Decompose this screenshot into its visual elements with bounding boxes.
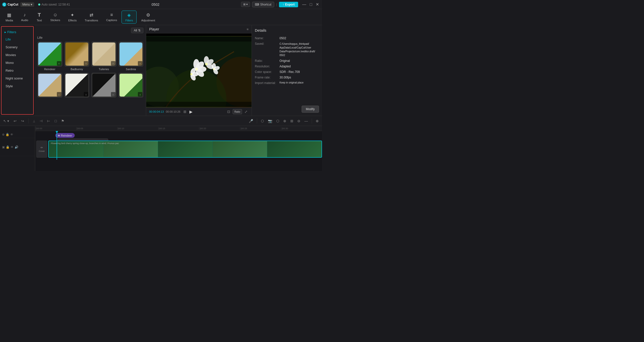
detail-row-saved: Saved: C:/Users/topgus_thinkpad/AppData/… — [255, 42, 319, 57]
tl-group-icon[interactable]: ⊕ — [2, 133, 5, 136]
trim-left-button[interactable]: ⊣ — [38, 118, 44, 124]
cover-thumbnail[interactable]: ✏ Cover — [36, 141, 47, 158]
more-button[interactable]: ⊕ — [314, 118, 320, 124]
tl-eye-video-icon[interactable]: 👁 — [11, 145, 14, 149]
download-icon-badbunny: ↓ — [84, 61, 88, 66]
svg-rect-23 — [146, 36, 252, 41]
filter-grid: ↓ Reindeer ↓ Badbunny ↓ Tuileries — [37, 41, 143, 99]
export-button[interactable]: ↑ Export — [279, 2, 298, 7]
frame-3 — [158, 141, 213, 157]
divider: | — [276, 3, 277, 6]
insert-button[interactable]: ⊕ — [282, 118, 288, 124]
detail-label-framerate: Frame rate: — [255, 76, 277, 79]
detail-value-ratio: Original — [279, 59, 290, 63]
menu-button[interactable]: Menu ▾ — [20, 2, 34, 7]
tool-captions[interactable]: ≡ Captions — [103, 11, 120, 23]
detail-value-saved: C:/Users/topgus_thinkpad/AppData/Local/C… — [279, 42, 315, 57]
detail-label-resolution: Resolution: — [255, 65, 277, 68]
link-button[interactable]: ⬡ — [260, 118, 265, 124]
tool-audio-label: Audio — [21, 19, 28, 22]
subtitle-button[interactable]: ⊞ — [289, 118, 295, 124]
minimize-button[interactable]: — — [301, 2, 307, 7]
detail-label-saved: Saved: — [255, 42, 277, 46]
details-title: Details — [255, 28, 319, 32]
tool-filters[interactable]: ◈ Filters — [122, 11, 137, 24]
zoom-out-button[interactable]: ⊖ — [296, 118, 302, 124]
shortcut-button[interactable]: ⌨ Shortcut — [252, 2, 274, 7]
sidebar-item-life[interactable]: Life — [2, 35, 33, 43]
filter-6[interactable]: ↓ — [64, 73, 90, 99]
filter-panel-header: All ⇅ — [37, 28, 143, 33]
delete-button[interactable]: □ — [53, 118, 58, 124]
tl-video-icons: ▣ 🔒 👁 🔊 — [2, 145, 18, 149]
modify-button[interactable]: Modify — [302, 106, 319, 113]
tl-separator-3 — [312, 118, 312, 123]
sidebar-item-style[interactable]: Style — [2, 82, 33, 90]
ratio-button[interactable]: Ratio — [233, 109, 242, 114]
tl-eye-filter-icon[interactable]: 👁 — [10, 133, 13, 136]
filter-tuileries[interactable]: ↓ Tuileries — [91, 41, 116, 71]
edit-icon: ✏ — [41, 146, 43, 149]
undo-button[interactable]: ↩ — [12, 118, 18, 124]
tl-lock-filter-icon[interactable]: 🔒 — [6, 133, 9, 136]
trim-right-button[interactable]: ⊢ — [46, 118, 51, 124]
microphone-button[interactable]: 🎤 — [248, 118, 254, 124]
svg-point-14 — [205, 63, 208, 65]
filter-chip-label: Reindeer — [61, 134, 72, 137]
tl-lock-video-icon[interactable]: 🔒 — [6, 145, 10, 149]
download-icon-reindeer: ↓ — [57, 61, 61, 66]
filter-sardinia[interactable]: ↓ Sardinia — [118, 41, 144, 71]
sidebar-item-movies[interactable]: Movies — [2, 51, 33, 59]
fullscreen-icon[interactable]: ⤢ — [244, 109, 249, 114]
zoom-in-button[interactable]: — — [303, 118, 309, 124]
timeline-area: ↖ ▾ ↩ ↪ ⟂ ⊣ ⊢ □ ⚑ 🎤 ⬡ 📷 ⬡ ⊕ ⊞ ⊖ — ⊕ ⊕ — [0, 116, 322, 171]
chain-button[interactable]: ⬡ — [275, 118, 280, 124]
tool-transitions[interactable]: ⇄ Transitions — [81, 11, 102, 23]
filter-reindeer[interactable]: ↓ Reindeer — [37, 41, 62, 71]
layout-button[interactable]: ⊞ ▾ — [241, 2, 250, 7]
export-icon: ↑ — [283, 3, 284, 6]
tool-adjustment[interactable]: ⚙ Adjustment — [138, 11, 158, 23]
filter-7[interactable]: ↓ — [91, 73, 116, 99]
player-controls: 00:00:04:13 00:00:10:26 ⊞ ▶ ⊡ Ratio ⤢ — [146, 107, 252, 116]
timeline-track-area: |00:00 |00:05 |00:10 |00:15 |00:20 |00:2… — [35, 126, 322, 171]
marker-button[interactable]: ⚑ — [60, 118, 66, 124]
filter-chip-reindeer[interactable]: ◈ Reindeer — [55, 133, 75, 138]
detail-value-framerate: 30.00fps — [279, 76, 291, 79]
select-tool-button[interactable]: ↖ ▾ — [2, 118, 10, 124]
filter-name-tuileries: Tuileries — [91, 68, 116, 71]
app-name: CapCut — [8, 3, 18, 6]
split-button[interactable]: ⟂ — [32, 118, 36, 124]
all-filter-button[interactable]: All ⇅ — [131, 28, 143, 33]
filter-8[interactable]: ↓ — [118, 73, 144, 99]
redo-button[interactable]: ↪ — [20, 118, 25, 124]
crop-icon[interactable]: ⊡ — [226, 109, 231, 114]
filter-thumb-badbunny: ↓ — [64, 41, 90, 67]
tl-audio-video-icon[interactable]: 🔊 — [15, 145, 18, 149]
player-menu-icon[interactable]: ≡ — [247, 27, 249, 31]
sidebar-header: ▸ Filters — [2, 29, 33, 35]
camera-button[interactable]: 📷 — [267, 118, 273, 124]
tool-media[interactable]: ▦ Media — [2, 11, 17, 23]
play-button[interactable]: ▶ — [189, 109, 192, 114]
sidebar-item-scenery[interactable]: Scenery — [2, 43, 33, 51]
filter-section-title: Life — [37, 36, 143, 39]
ruler-mark-25: |00:25 — [240, 127, 281, 130]
sidebar-item-mono[interactable]: Mono — [2, 59, 33, 67]
filter-5[interactable]: ↓ — [37, 73, 62, 99]
sidebar-item-retro[interactable]: Retro — [2, 67, 33, 74]
detail-row-colorspace: Color space: SDR - Rec.709 — [255, 70, 319, 74]
video-clip[interactable]: Flowering bird cherry spring close-up, b… — [48, 141, 322, 158]
maximize-button[interactable]: □ — [309, 2, 313, 7]
tool-effects[interactable]: ✦ Effects — [65, 11, 80, 23]
tool-stickers[interactable]: ☺ Stickers — [47, 11, 64, 23]
sidebar-item-night-scene[interactable]: Night scene — [2, 74, 33, 82]
tool-audio[interactable]: ♪ Audio — [18, 11, 32, 23]
tl-video-icon[interactable]: ▣ — [2, 145, 5, 149]
filter-badbunny[interactable]: ↓ Badbunny — [64, 41, 90, 71]
timeline-list-icon[interactable]: ⊞ — [182, 109, 187, 114]
tool-text[interactable]: T Text — [33, 11, 46, 23]
download-icon-tuileries: ↓ — [111, 61, 115, 66]
autosave-dot-icon — [38, 4, 40, 6]
close-button[interactable]: ✕ — [315, 2, 320, 7]
